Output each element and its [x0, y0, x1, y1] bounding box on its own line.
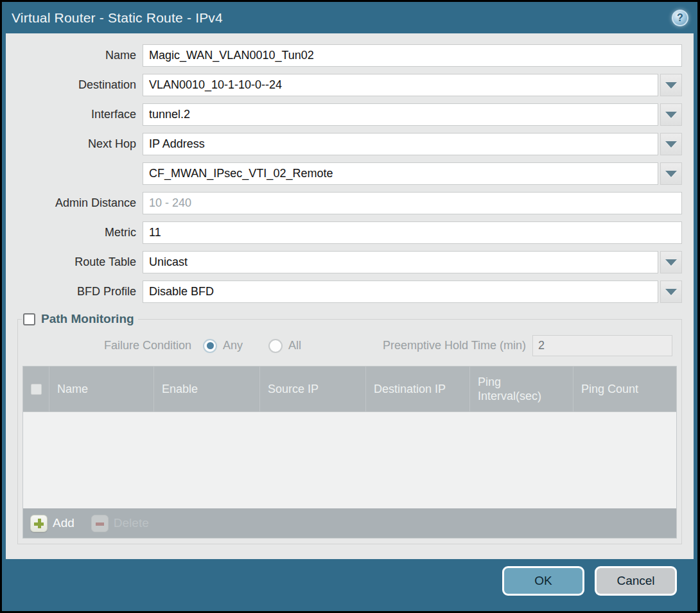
route-table-dropdown-button[interactable] — [660, 251, 682, 273]
bfd-profile-dropdown-button[interactable] — [660, 281, 682, 303]
failure-condition-any-label: Any — [223, 339, 243, 352]
path-monitoring-legend: Path Monitoring — [22, 312, 138, 326]
dialog-footer: OK Cancel — [2, 559, 697, 611]
add-button[interactable]: Add — [30, 515, 74, 532]
next-hop-type-input[interactable] — [143, 133, 658, 155]
chevron-down-icon — [665, 259, 677, 266]
cancel-button[interactable]: Cancel — [595, 566, 677, 596]
failure-condition-label: Failure Condition — [104, 339, 191, 352]
name-label: Name — [17, 49, 137, 62]
chevron-down-icon — [665, 112, 677, 118]
table-header-row: Name Enable Source IP Destination IP Pin… — [23, 367, 676, 412]
path-monitoring-table: Name Enable Source IP Destination IP Pin… — [22, 366, 677, 539]
interface-input[interactable] — [143, 103, 658, 126]
next-hop-address-dropdown-button[interactable] — [660, 162, 682, 185]
bfd-profile-input[interactable] — [143, 281, 658, 303]
column-header-enable[interactable]: Enable — [153, 367, 259, 411]
failure-condition-all-label: All — [288, 339, 301, 352]
chevron-down-icon — [665, 171, 677, 177]
column-header-source-ip[interactable]: Source IP — [259, 367, 365, 411]
path-monitoring-checkbox[interactable] — [23, 313, 35, 325]
dialog-title: Virtual Router - Static Route - IPv4 — [12, 10, 223, 26]
delete-button[interactable]: Delete — [91, 515, 149, 532]
table-body-empty — [23, 412, 676, 508]
next-hop-type-dropdown-button[interactable] — [660, 133, 682, 155]
column-header-ping-count[interactable]: Ping Count — [573, 367, 676, 411]
column-header-name[interactable]: Name — [49, 367, 153, 411]
next-hop-label: Next Hop — [17, 137, 137, 151]
route-form: Name Destination Interface Next Hop — [17, 44, 682, 303]
interface-dropdown-button[interactable] — [660, 103, 682, 126]
static-route-dialog: Virtual Router - Static Route - IPv4 ? N… — [2, 2, 697, 611]
chevron-down-icon — [665, 141, 677, 148]
dialog-titlebar: Virtual Router - Static Route - IPv4 ? — [2, 2, 697, 33]
minus-icon — [91, 515, 109, 532]
add-button-label: Add — [53, 516, 74, 530]
select-all-column — [23, 367, 49, 411]
preemptive-hold-time-input[interactable] — [532, 335, 672, 356]
plus-icon — [30, 515, 48, 532]
metric-input[interactable] — [143, 221, 682, 244]
dialog-content: Name Destination Interface Next Hop — [6, 33, 694, 559]
route-table-input[interactable] — [143, 251, 658, 273]
chevron-down-icon — [665, 289, 677, 295]
path-monitoring-title: Path Monitoring — [41, 312, 134, 326]
select-all-checkbox[interactable] — [31, 384, 42, 395]
next-hop-address-input[interactable] — [143, 162, 658, 185]
metric-label: Metric — [17, 226, 137, 239]
destination-label: Destination — [17, 78, 137, 92]
table-footer-bar: Add Delete — [23, 508, 676, 538]
bfd-profile-label: BFD Profile — [17, 285, 137, 298]
destination-input[interactable] — [143, 74, 658, 96]
failure-condition-any-radio[interactable] — [203, 339, 217, 353]
column-header-ping-interval[interactable]: Ping Interval(sec) — [469, 367, 573, 411]
route-table-label: Route Table — [17, 255, 137, 269]
preemptive-hold-time-label: Preemptive Hold Time (min) — [383, 339, 526, 352]
name-input[interactable] — [143, 44, 682, 67]
failure-condition-row: Failure Condition Any All Preemptive Hol… — [27, 335, 672, 356]
interface-label: Interface — [17, 108, 137, 121]
help-icon[interactable]: ? — [672, 10, 688, 26]
chevron-down-icon — [665, 82, 677, 89]
failure-condition-all-radio[interactable] — [268, 339, 283, 353]
ok-button[interactable]: OK — [502, 566, 584, 596]
column-header-destination-ip[interactable]: Destination IP — [365, 367, 469, 411]
admin-distance-input[interactable] — [143, 192, 682, 214]
path-monitoring-section: Path Monitoring Failure Condition Any Al… — [17, 312, 682, 544]
radio-dot-icon — [207, 342, 214, 349]
admin-distance-label: Admin Distance — [17, 196, 137, 210]
delete-button-label: Delete — [114, 516, 149, 530]
destination-dropdown-button[interactable] — [660, 74, 682, 96]
